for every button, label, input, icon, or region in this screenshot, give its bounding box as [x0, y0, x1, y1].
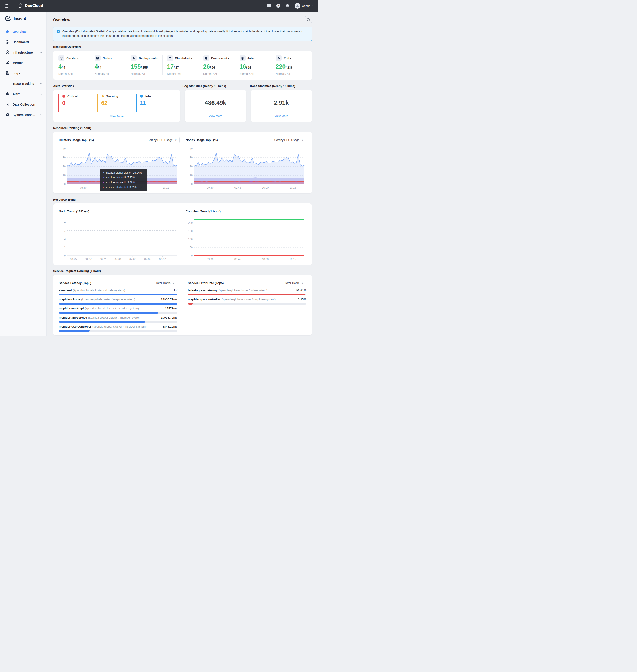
- svg-text:07-01: 07-01: [114, 258, 122, 261]
- service-row[interactable]: mspider-gsc-controller (kpanda-global-cl…: [188, 298, 307, 304]
- section-alert-statistics: Alert Statistics: [53, 84, 179, 88]
- notification-bell-icon[interactable]: [285, 3, 290, 8]
- sidebar-item-label: Logs: [13, 71, 42, 75]
- sidebar-divider: [0, 25, 47, 25]
- resource-status: Normal / All: [276, 72, 307, 75]
- collect-icon: [5, 102, 10, 106]
- sidebar-item-trace-tracking[interactable]: Trace Tracking: [0, 78, 47, 89]
- statefulsets-icon: [168, 56, 172, 60]
- sidebar-item-data-collection[interactable]: Data Collection: [0, 99, 47, 109]
- nodes-usage-plot[interactable]: 01020304009:3009:4510:0010:15: [186, 143, 307, 190]
- svg-text:40: 40: [189, 147, 193, 150]
- menu-toggle-icon[interactable]: [5, 4, 10, 8]
- svg-text:?: ?: [277, 4, 279, 7]
- sidebar-item-label: Infrastructure: [13, 51, 37, 54]
- feedback-chat-icon[interactable]: [267, 3, 271, 8]
- service-name: mspider-api-service: [59, 316, 87, 319]
- latency-filter-select[interactable]: Total Traffic∨: [153, 280, 177, 286]
- sidebar-item-alert[interactable]: Alert: [0, 89, 47, 99]
- svg-text:09:30: 09:30: [207, 258, 214, 261]
- sidebar-item-label: Alert: [13, 92, 37, 96]
- service-namespace: (kpanda-global-cluster / istio-system): [219, 289, 268, 292]
- help-icon[interactable]: ?: [276, 3, 280, 8]
- sidebar-item-infrastructure[interactable]: Infrastructure: [0, 47, 47, 57]
- node-trend-chart: Node Trend (15 Days) 0123406-2506-2706-2…: [59, 208, 180, 262]
- tooltip-row: mspider-hosted2: 7.47%: [103, 176, 144, 179]
- daemonsets-icon: [204, 56, 208, 60]
- sidebar-item-metrics[interactable]: Metrics: [0, 57, 47, 68]
- sidebar-item-system-mana[interactable]: System Mana...: [0, 109, 47, 120]
- resource-item-pods[interactable]: Pods 220/ 236 Normal / All: [271, 55, 307, 75]
- alert-stat-warning: Warning 62: [97, 94, 136, 112]
- clusters-usage-chart: Clusters Usage Top5 (%) Sort by CPU Usag…: [59, 136, 180, 190]
- node-trend-title: Node Trend (15 Days): [59, 210, 89, 213]
- service-bar: [188, 294, 307, 296]
- node-trend-plot[interactable]: 0123406-2506-2706-2907-0107-0307-0507-07: [59, 215, 180, 262]
- section-resource-trend: Resource Trend: [53, 198, 312, 201]
- sidebar-item-label: Dashboard: [13, 40, 42, 44]
- alert-count: 11: [140, 100, 175, 106]
- service-row[interactable]: mspider-gsc-controller (kpanda-global-cl…: [59, 325, 177, 332]
- tooltip-row: mspider-hosted1: 3.09%: [103, 181, 144, 184]
- tooltip-row: kpanda-global-cluster: 29.94%: [103, 171, 144, 174]
- svg-text:30: 30: [63, 156, 66, 159]
- svg-text:07-07: 07-07: [159, 258, 166, 261]
- sidebar-item-logs[interactable]: Logs: [0, 68, 47, 78]
- chevron-down-icon: [40, 82, 42, 85]
- main-content: Overview i Overview (Excluding Alert Sta…: [47, 12, 318, 336]
- cube-icon: [5, 50, 10, 54]
- chevron-down-icon: [40, 113, 42, 116]
- service-row[interactable]: skoala-ui (kpanda-global-cluster / skoal…: [59, 289, 177, 296]
- sidebar-item-overview[interactable]: Overview: [0, 26, 47, 37]
- alert-view-more-link[interactable]: View More: [58, 112, 175, 119]
- product-header: Insight: [0, 12, 47, 25]
- sidebar-item-dashboard[interactable]: Dashboard: [0, 37, 47, 47]
- service-row[interactable]: mspider-api-service (kpanda-global-clust…: [59, 316, 177, 323]
- service-row[interactable]: mspider-work-api (kpanda-global-cluster …: [59, 307, 177, 314]
- log-view-more-link[interactable]: View More: [189, 112, 242, 119]
- svg-text:10:15: 10:15: [289, 258, 296, 261]
- svg-text:1: 1: [64, 246, 66, 249]
- resource-item-jobs[interactable]: Jobs 16/ 16 Normal / All: [235, 55, 271, 75]
- resource-item-deployments[interactable]: Deployments 155/ 155 Normal / All: [126, 55, 162, 75]
- svg-text:150: 150: [188, 230, 193, 233]
- daocloud-logo-icon: [17, 3, 23, 8]
- brand[interactable]: DaoCloud: [17, 3, 43, 8]
- resource-item-nodes[interactable]: Nodes 4/ 4 Normal / All: [90, 55, 126, 75]
- svg-text:0: 0: [191, 254, 193, 257]
- resource-item-daemonsets[interactable]: Daemonsets 26/ 26 Normal / All: [199, 55, 235, 75]
- chevron-down-icon: [40, 51, 42, 54]
- svg-text:2: 2: [64, 237, 66, 241]
- service-name: mspider-ckube: [59, 298, 80, 301]
- alert-count: 62: [101, 100, 136, 106]
- clusters-sort-select[interactable]: Sort by CPU Usage∨: [145, 137, 180, 143]
- metrics-icon: [5, 61, 10, 65]
- svg-text:40: 40: [63, 147, 66, 150]
- nodes-sort-select[interactable]: Sort by CPU Usage∨: [272, 137, 307, 143]
- svg-text:09:30: 09:30: [80, 186, 87, 189]
- user-menu[interactable]: admin: [295, 3, 314, 8]
- section-trace-statistics: Trace Statistics (Nearly 15 mins): [250, 84, 312, 88]
- resource-item-statefulsets[interactable]: Statefulsets 17/ 17 Normal / All: [162, 55, 199, 75]
- container-trend-chart: Container Trend (1 hour) 05010015020009:…: [186, 208, 307, 262]
- refresh-button[interactable]: [305, 16, 312, 23]
- service-bar: [59, 312, 177, 314]
- sidebar-item-label: Trace Tracking: [13, 82, 37, 85]
- service-value: 3.95%: [298, 298, 306, 301]
- alert-statistics-card: Critical 0Warning 62Info 11 View More: [53, 90, 181, 122]
- trace-view-more-link[interactable]: View More: [255, 112, 308, 119]
- service-row[interactable]: mspider-ckube (kpanda-global-cluster / m…: [59, 298, 177, 304]
- critical-icon: [62, 94, 66, 98]
- resource-count: 4/ 4: [95, 64, 126, 70]
- resource-count: 220/ 236: [276, 64, 307, 70]
- service-bar: [59, 321, 177, 323]
- service-value: 12578ms: [165, 307, 177, 310]
- service-row[interactable]: istio-ingressgateway (kpanda-global-clus…: [188, 289, 307, 296]
- error-rate-filter-select[interactable]: Total Traffic∨: [282, 280, 306, 286]
- resource-item-clusters[interactable]: Clusters 4/ 4 Normal / All: [58, 55, 90, 75]
- service-namespace: (kpanda-global-cluster / mspider-system): [81, 298, 135, 301]
- service-latency-title: Service Latency (Top5): [59, 281, 91, 285]
- log-statistics-card: 486.49k View More: [185, 90, 247, 122]
- container-trend-plot[interactable]: 05010015020009:3009:4510:0010:15: [186, 215, 307, 262]
- resource-count: 155/ 155: [131, 64, 162, 70]
